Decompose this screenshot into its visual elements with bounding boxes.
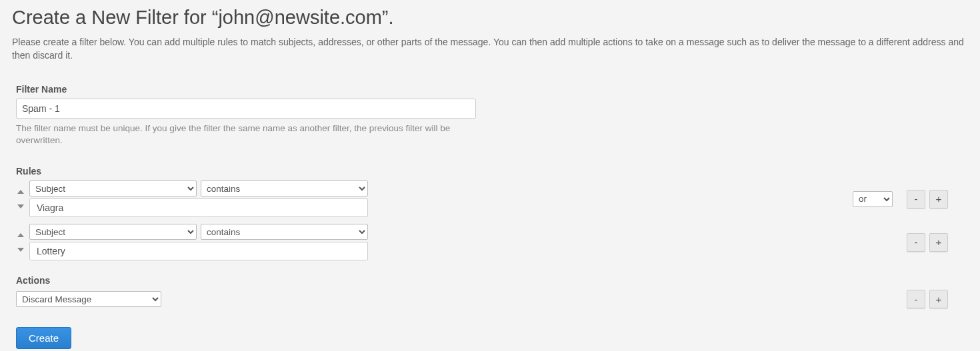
rule-row: Subject contains or - + — [16, 180, 968, 217]
add-rule-button[interactable]: + — [929, 190, 948, 208]
rules-section: Rules Subject contains or - + — [16, 166, 968, 260]
rules-label: Rules — [16, 166, 968, 176]
rule-join-select[interactable]: or — [853, 191, 893, 207]
filter-name-section: Filter Name The filter name must be uniq… — [16, 84, 968, 148]
reorder-arrows — [16, 233, 25, 252]
reorder-arrows — [16, 190, 25, 208]
action-row: Discard Message - + — [16, 290, 968, 308]
rule-operator-select[interactable]: contains — [201, 224, 368, 240]
remove-rule-button[interactable]: - — [907, 233, 925, 252]
actions-section: Actions Discard Message - + — [16, 275, 968, 308]
rule-operator-select[interactable]: contains — [201, 180, 368, 196]
remove-action-button[interactable]: - — [907, 290, 925, 308]
filter-name-hint: The filter name must be unique. If you g… — [16, 123, 469, 148]
action-select[interactable]: Discard Message — [16, 291, 161, 307]
move-up-icon[interactable] — [17, 233, 24, 237]
rule-field-select[interactable]: Subject — [29, 224, 197, 240]
intro-text: Please create a filter below. You can ad… — [12, 35, 968, 63]
filter-name-label: Filter Name — [16, 84, 968, 95]
move-up-icon[interactable] — [17, 190, 24, 194]
page-title: Create a New Filter for “john@newsite.co… — [12, 7, 968, 29]
rule-value-input[interactable] — [29, 198, 368, 217]
rule-row: Subject contains - + — [16, 224, 968, 260]
add-action-button[interactable]: + — [929, 290, 948, 308]
rule-field-select[interactable]: Subject — [29, 180, 197, 196]
add-rule-button[interactable]: + — [929, 233, 948, 252]
move-down-icon[interactable] — [17, 204, 24, 208]
move-down-icon[interactable] — [17, 248, 24, 252]
actions-label: Actions — [16, 275, 968, 286]
remove-rule-button[interactable]: - — [907, 190, 925, 208]
create-button[interactable]: Create — [16, 327, 71, 349]
rule-value-input[interactable] — [29, 242, 368, 260]
filter-name-input[interactable] — [16, 99, 476, 119]
